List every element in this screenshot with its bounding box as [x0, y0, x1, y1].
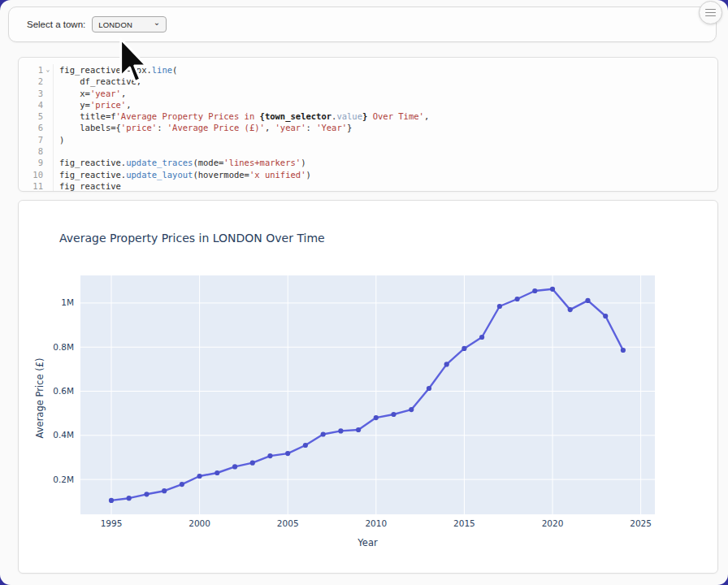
data-point[interactable] [214, 470, 219, 475]
data-point[interactable] [356, 427, 361, 432]
data-point[interactable] [550, 287, 555, 292]
data-point[interactable] [444, 362, 449, 366]
code-text: fig_reactive.update_traces(mode='lines+m… [53, 157, 306, 168]
line-number: 6 [19, 122, 43, 133]
hamburger-menu-icon [705, 9, 716, 11]
data-point[interactable] [321, 431, 326, 436]
code-text: fig_reactive = px.line( [53, 64, 177, 76]
line-number: 1 [19, 64, 43, 76]
fold-gutter [43, 99, 53, 110]
y-tick-label: 0.8M [53, 342, 74, 352]
code-text: fig_reactive.update_layout(hovermode='x … [53, 169, 311, 180]
data-point[interactable] [391, 412, 396, 417]
data-point[interactable] [127, 496, 132, 500]
code-line: 11fig_reactive [19, 180, 717, 192]
property-price-chart[interactable]: 0.2M0.4M0.6M0.8M1M1995200020052010201520… [19, 201, 718, 574]
y-tick-label: 0.6M [53, 386, 74, 396]
x-tick-label: 2010 [365, 518, 387, 528]
code-line: 4 y='price', [19, 99, 717, 110]
fold-gutter [43, 134, 53, 145]
chart-title: Average Property Prices in LONDON Over T… [59, 232, 325, 245]
line-number: 4 [19, 99, 43, 110]
data-point[interactable] [409, 407, 414, 412]
code-line: 5 title=f'Average Property Prices in {to… [19, 110, 717, 122]
data-point[interactable] [144, 492, 149, 496]
code-text: x='year', [53, 88, 126, 99]
data-point[interactable] [197, 474, 202, 479]
line-number: 3 [19, 88, 43, 99]
data-point[interactable] [427, 386, 431, 391]
fold-gutter [43, 180, 53, 192]
x-tick-label: 2000 [188, 518, 210, 528]
code-line: 10fig_reactive.update_layout(hovermode='… [19, 169, 717, 180]
code-line: 3 x='year', [19, 88, 717, 99]
code-text: labels={'price': 'Average Price (£)', 'y… [53, 122, 352, 133]
fold-gutter [43, 88, 53, 99]
menu-button[interactable] [699, 1, 722, 24]
x-tick-label: 1995 [101, 518, 123, 528]
line-number: 10 [19, 169, 43, 180]
x-tick-label: 2015 [453, 518, 475, 528]
data-point[interactable] [621, 348, 626, 353]
code-text: ) [53, 134, 64, 145]
data-point[interactable] [303, 443, 308, 448]
y-tick-label: 0.2M [53, 474, 74, 484]
code-text: df_reactive, [53, 76, 141, 87]
code-editor-cell[interactable]: 1⌄fig_reactive = px.line(2 df_reactive,3… [18, 57, 718, 192]
line-number: 2 [19, 76, 43, 87]
code-line: 1⌄fig_reactive = px.line( [19, 64, 717, 76]
line-number: 11 [19, 180, 43, 192]
line-number: 5 [19, 110, 43, 122]
data-point[interactable] [479, 335, 484, 340]
fold-gutter [43, 157, 53, 168]
data-point[interactable] [462, 346, 466, 351]
code-text [53, 145, 59, 157]
data-point[interactable] [497, 304, 502, 309]
town-select-label: Select a town: [27, 20, 85, 29]
data-point[interactable] [250, 461, 255, 466]
y-tick-label: 0.4M [53, 430, 74, 440]
code-line: 6 labels={'price': 'Average Price (£)', … [19, 122, 717, 133]
town-dropdown-value: LONDON [98, 20, 132, 29]
x-axis-title: Year [357, 537, 378, 548]
output-cell: 0.2M0.4M0.6M0.8M1M1995200020052010201520… [18, 200, 718, 574]
data-point[interactable] [109, 498, 114, 503]
town-selector-panel: Select a town: LONDON ⌄ [8, 6, 717, 42]
line-number: 7 [19, 134, 43, 145]
data-point[interactable] [374, 415, 379, 420]
fold-gutter [43, 145, 53, 157]
data-point[interactable] [568, 307, 573, 312]
y-axis-title: Average Price (£) [34, 358, 46, 439]
fold-gutter [43, 110, 53, 122]
fold-gutter [43, 169, 53, 180]
code-line: 2 df_reactive, [19, 76, 717, 87]
app-page: Select a town: LONDON ⌄ 1⌄fig_reactive =… [0, 0, 728, 585]
data-point[interactable] [180, 482, 184, 487]
line-number: 9 [19, 157, 43, 168]
data-point[interactable] [532, 288, 537, 293]
code-lines: 1⌄fig_reactive = px.line(2 df_reactive,3… [19, 64, 717, 192]
chevron-down-icon: ⌄ [154, 19, 160, 27]
line-number: 8 [19, 145, 43, 157]
x-tick-label: 2005 [277, 518, 299, 528]
fold-gutter [43, 122, 53, 133]
fold-gutter [43, 76, 53, 87]
code-line: 7) [19, 134, 717, 145]
data-point[interactable] [603, 314, 608, 318]
town-dropdown[interactable]: LONDON ⌄ [92, 16, 167, 32]
data-point[interactable] [267, 453, 272, 458]
data-point[interactable] [515, 297, 520, 301]
data-point[interactable] [285, 451, 290, 456]
y-tick-label: 1M [61, 297, 74, 307]
code-line: 8 [19, 145, 717, 157]
code-text: y='price', [53, 99, 132, 110]
code-text: title=f'Average Property Prices in {town… [53, 110, 429, 122]
fold-arrow-icon[interactable]: ⌄ [43, 64, 53, 76]
x-tick-label: 2025 [630, 518, 652, 528]
data-point[interactable] [338, 428, 343, 433]
code-line: 9fig_reactive.update_traces(mode='lines+… [19, 157, 717, 168]
data-point[interactable] [232, 464, 237, 469]
data-point[interactable] [162, 488, 167, 493]
data-point[interactable] [585, 298, 590, 303]
code-text: fig_reactive [53, 180, 121, 192]
